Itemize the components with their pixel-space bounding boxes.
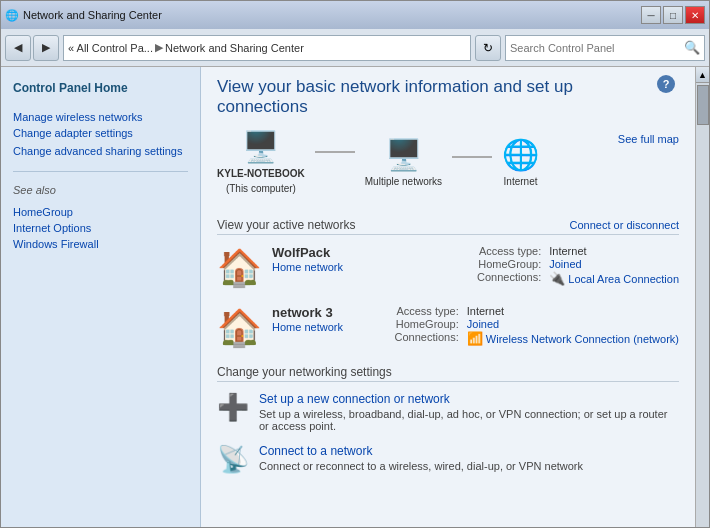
setting-item-new-connection: ➕ Set up a new connection or network Set… [217,392,679,432]
window-icon: 🌐 [5,9,19,22]
network3-access-value: Internet [467,305,679,317]
wolfpack-conn-link[interactable]: Local Area Connection [568,273,679,285]
new-connection-desc: Set up a wireless, broadband, dial-up, a… [259,408,679,432]
scrollbar-up[interactable]: ▲ [696,67,710,83]
network3-conn-icon: 📶 [467,331,483,346]
title-bar: 🌐 Network and Sharing Center ─ □ ✕ [1,1,709,29]
network-item-network3: 🏠 network 3 Home network Access type: In… [217,305,679,349]
wolfpack-conn-icon: 🔌 [549,271,565,286]
sidebar-item-change-advanced[interactable]: Change advanced sharing settings [13,143,188,159]
wolfpack-name: WolfPack [272,245,343,260]
setting-item-connect-network: 📡 Connect to a network Connect or reconn… [217,444,679,475]
search-input[interactable] [510,42,682,54]
sidebar-item-manage-wireless[interactable]: Manage wireless networks [13,109,188,125]
connect-network-text: Connect to a network Connect or reconnec… [259,444,583,475]
wolfpack-homegroup-label: HomeGroup: [477,258,541,270]
diagram-line-1 [315,151,355,153]
help-icon[interactable]: ? [657,75,675,93]
wolfpack-access-label: Access type: [477,245,541,257]
internet-icon: 🌐 [502,137,539,172]
breadcrumb-start: « All Control Pa... [68,42,153,54]
new-connection-link[interactable]: Set up a new connection or network [259,392,679,406]
refresh-button[interactable]: ↻ [475,35,501,61]
see-also-label: See also [1,180,200,200]
wolfpack-connections-label: Connections: [477,271,541,286]
sidebar-item-change-adapter[interactable]: Change adapter settings [13,125,188,141]
wolfpack-details: Access type: Internet HomeGroup: Joined … [477,245,679,286]
connect-network-desc: Connect or reconnect to a wireless, wire… [259,460,583,472]
network3-access-label: Access type: [395,305,459,317]
connect-network-icon: 📡 [217,444,249,475]
wolfpack-homegroup-value[interactable]: Joined [549,258,679,270]
change-networking-section: Change your networking settings ➕ Set up… [217,365,679,475]
network3-details: Access type: Internet HomeGroup: Joined … [395,305,679,346]
search-bar: 🔍 [505,35,705,61]
back-button[interactable]: ◀ [5,35,31,61]
network-item-wolfpack: 🏠 WolfPack Home network Access type: Int… [217,245,679,289]
change-section-label: Change your networking settings [217,365,679,382]
wolfpack-icon: 🏠 [217,247,262,289]
sidebar: Control Panel Home Manage wireless netwo… [1,67,201,527]
connect-disconnect-link[interactable]: Connect or disconnect [570,219,679,231]
computer-icon: 🖥️ [242,129,279,164]
active-networks-label: View your active networks [217,218,356,232]
connect-network-link[interactable]: Connect to a network [259,444,583,458]
network3-icon: 🏠 [217,307,262,349]
new-connection-text: Set up a new connection or network Set u… [259,392,679,432]
networks-label: Multiple networks [365,176,442,187]
diagram-node-networks: 🖥️ Multiple networks [365,137,442,187]
minimize-button[interactable]: ─ [641,6,661,24]
see-full-map-link[interactable]: See full map [618,133,679,145]
close-button[interactable]: ✕ [685,6,705,24]
network3-homegroup-value[interactable]: Joined [467,318,679,330]
refresh-icon: ↻ [483,41,493,55]
computer-name: KYLE-NOTEBOOK [217,168,305,179]
network3-homegroup-label: HomeGroup: [395,318,459,330]
scrollbar-thumb[interactable] [697,85,709,125]
network-diagram: 🖥️ KYLE-NOTEBOOK (This computer) 🖥️ Mult… [217,129,679,202]
title-bar-left: 🌐 Network and Sharing Center [5,9,162,22]
wolfpack-info: WolfPack Home network [272,245,343,274]
nav-buttons: ◀ ▶ [5,35,59,61]
main-layout: Control Panel Home Manage wireless netwo… [1,67,709,527]
wolfpack-connections-value: 🔌 Local Area Connection [549,271,679,286]
sidebar-item-homegroup[interactable]: HomeGroup [13,204,188,220]
address-bar: ◀ ▶ « All Control Pa... ▶ Network and Sh… [1,29,709,67]
scrollbar[interactable]: ▲ [695,67,709,527]
wolfpack-type[interactable]: Home network [272,261,343,273]
breadcrumb-end: Network and Sharing Center [165,42,304,54]
content-area: ? View your basic network information an… [201,67,695,527]
sidebar-links-section: Manage wireless networks Change adapter … [1,105,200,163]
computer-sublabel: (This computer) [226,183,296,194]
networks-icon: 🖥️ [385,137,422,172]
diagram-node-internet: 🌐 Internet [502,137,539,187]
search-icon[interactable]: 🔍 [684,40,700,55]
internet-label: Internet [504,176,538,187]
network3-connections-value: 📶 Wireless Network Connection (network) [467,331,679,346]
network3-type[interactable]: Home network [272,321,343,333]
see-also-section: HomeGroup Internet Options Windows Firew… [1,200,200,256]
sidebar-item-internet-options[interactable]: Internet Options [13,220,188,236]
new-connection-icon: ➕ [217,392,249,432]
maximize-button[interactable]: □ [663,6,683,24]
page-title: View your basic network information and … [217,77,679,117]
diagram-line-2 [452,156,492,158]
forward-button[interactable]: ▶ [33,35,59,61]
sidebar-item-windows-firewall[interactable]: Windows Firewall [13,236,188,252]
active-networks-header: View your active networks Connect or dis… [217,218,679,235]
sidebar-home-link[interactable]: Control Panel Home [1,75,200,105]
main-window: 🌐 Network and Sharing Center ─ □ ✕ ◀ ▶ «… [0,0,710,528]
network3-connections-label: Connections: [395,331,459,346]
diagram-node-computer: 🖥️ KYLE-NOTEBOOK (This computer) [217,129,305,194]
network3-conn-link[interactable]: Wireless Network Connection (network) [486,333,679,345]
window-title: Network and Sharing Center [23,9,162,21]
breadcrumb[interactable]: « All Control Pa... ▶ Network and Sharin… [63,35,471,61]
wolfpack-access-value: Internet [549,245,679,257]
network3-name: network 3 [272,305,343,320]
network3-info: network 3 Home network [272,305,343,334]
breadcrumb-separator: ▶ [155,41,163,54]
title-bar-controls: ─ □ ✕ [641,6,705,24]
sidebar-divider [13,171,188,172]
